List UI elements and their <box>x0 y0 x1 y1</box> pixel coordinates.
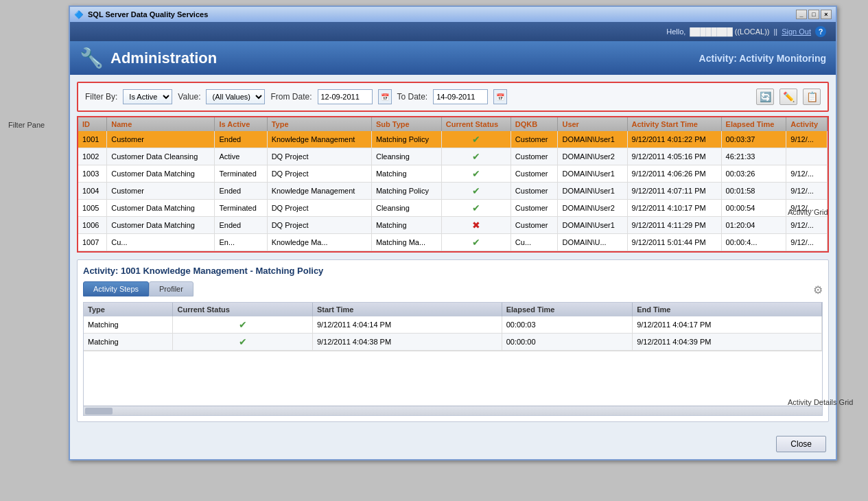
detail-cell-type: Matching <box>84 334 173 351</box>
cell-type: DQ Project <box>267 165 371 183</box>
detail-status-check-icon: ✔ <box>239 336 247 347</box>
cell-status: ✔ <box>441 165 511 183</box>
cell-dqkb: Customer <box>511 200 558 217</box>
window-title: SQL Server Data Quality Services <box>88 10 208 19</box>
cell-dqkb: Customer <box>511 183 558 200</box>
cell-elapsed: 00:00:54 <box>721 200 786 217</box>
cell-subtype: Cleansing <box>371 148 441 165</box>
hello-text: Hello, <box>666 27 685 36</box>
status-check-icon: ✔ <box>472 202 480 213</box>
cell-subtype: Matching Policy <box>371 131 441 148</box>
cell-starttime: 9/12/2011 4:01:22 PM <box>627 131 721 148</box>
status-check-icon: ✔ <box>472 134 480 145</box>
cell-activity <box>786 148 828 165</box>
cell-subtype: Matching <box>371 217 441 234</box>
close-button[interactable]: Close <box>776 436 826 452</box>
cell-name: Customer Data Matching <box>107 165 215 183</box>
to-date-input[interactable] <box>433 89 488 104</box>
detail-cell-starttime: 9/12/2011 4:04:14 PM <box>312 316 502 334</box>
cell-status: ✔ <box>441 234 511 251</box>
header-subtitle: Activity: Activity Monitoring <box>699 53 826 64</box>
col-name: Name <box>107 117 215 131</box>
cell-elapsed: 01:20:04 <box>721 217 786 234</box>
from-date-calendar-button[interactable]: 📅 <box>378 89 392 104</box>
table-row[interactable]: 1005 Customer Data Matching Terminated D… <box>78 200 828 217</box>
detail-table-row[interactable]: Matching ✔ 9/12/2011 4:04:14 PM 00:00:03… <box>84 316 822 334</box>
value-label: Value: <box>178 92 200 102</box>
from-date-input[interactable] <box>318 89 373 104</box>
cell-status: ✔ <box>441 148 511 165</box>
window-icon: 🔷 <box>74 10 84 19</box>
table-row[interactable]: 1002 Customer Data Cleansing Active DQ P… <box>78 148 828 165</box>
username: ████████ ((LOCAL)) <box>690 27 769 36</box>
detail-table-row[interactable]: Matching ✔ 9/12/2011 4:04:38 PM 00:00:00… <box>84 334 822 351</box>
cell-isactive: Ended <box>215 131 267 148</box>
details-header-row: Type Current Status Start Time Elapsed T… <box>84 303 822 316</box>
cell-user: DOMAIN\U... <box>558 234 627 251</box>
cell-dqkb: Customer <box>511 131 558 148</box>
cell-status: ✔ <box>441 200 511 217</box>
cell-dqkb: Customer <box>511 165 558 183</box>
col-activity: Activity <box>786 117 828 131</box>
cell-subtype: Cleansing <box>371 200 441 217</box>
detail-cell-status: ✔ <box>173 334 312 351</box>
cell-activity: 9/12/... <box>786 165 828 183</box>
filter-by-select[interactable]: Is Active <box>123 89 172 104</box>
table-row[interactable]: 1003 Customer Data Matching Terminated D… <box>78 165 828 183</box>
from-date-label: From Date: <box>270 92 312 102</box>
table-row[interactable]: 1006 Customer Data Matching Ended DQ Pro… <box>78 217 828 234</box>
cell-type: Knowledge Ma... <box>267 234 371 251</box>
bottom-bar: Close <box>70 429 836 459</box>
details-scrollbar[interactable] <box>84 406 822 415</box>
tab-profiler[interactable]: Profiler <box>149 281 193 296</box>
col-starttime: Activity Start Time <box>627 117 721 131</box>
table-row[interactable]: 1004 Customer Ended Knowledge Management… <box>78 183 828 200</box>
cell-elapsed: 00:03:37 <box>721 131 786 148</box>
scroll-thumb[interactable] <box>85 408 113 415</box>
table-row[interactable]: 1007 Cu... En... Knowledge Ma... Matchin… <box>78 234 828 251</box>
table-row[interactable]: 1001 Customer Ended Knowledge Management… <box>78 131 828 148</box>
close-window-button[interactable]: × <box>821 10 832 19</box>
details-grid: Type Current Status Start Time Elapsed T… <box>83 302 823 416</box>
detail-cell-elapsed: 00:00:03 <box>502 316 632 334</box>
refresh-button[interactable]: 🔄 <box>756 89 774 105</box>
tab-activity-steps[interactable]: Activity Steps <box>83 281 149 296</box>
detail-cell-starttime: 9/12/2011 4:04:38 PM <box>312 334 502 351</box>
detail-cell-elapsed: 00:00:00 <box>502 334 632 351</box>
cell-subtype: Matching <box>371 165 441 183</box>
col-user: User <box>558 117 627 131</box>
cell-name: Customer <box>107 131 215 148</box>
filter-by-label: Filter By: <box>85 92 117 102</box>
cell-activity: 9/12/... <box>786 234 828 251</box>
cell-isactive: Active <box>215 148 267 165</box>
minimize-button[interactable]: _ <box>796 10 807 19</box>
cell-elapsed: 00:00:4... <box>721 234 786 251</box>
col-subtype: Sub Type <box>371 117 441 131</box>
maximize-button[interactable]: □ <box>808 10 819 19</box>
export-button[interactable]: 📋 <box>803 89 821 105</box>
cell-starttime: 9/12/2011 5:01:44 PM <box>627 234 721 251</box>
topbar: Hello, ████████ ((LOCAL)) || Sign Out ? <box>70 22 836 41</box>
cell-id: 1004 <box>78 183 107 200</box>
signout-link[interactable]: Sign Out <box>782 27 811 36</box>
activity-grid: ID Name Is Active Type Sub Type Current … <box>77 116 829 253</box>
value-select[interactable]: (All Values) <box>206 89 265 104</box>
cell-id: 1006 <box>78 217 107 234</box>
cell-subtype: Matching Policy <box>371 183 441 200</box>
cell-starttime: 9/12/2011 4:11:29 PM <box>627 217 721 234</box>
detail-col-type: Type <box>84 303 173 316</box>
help-icon[interactable]: ? <box>815 26 826 37</box>
to-date-calendar-button[interactable]: 📅 <box>493 89 507 104</box>
cell-dqkb: Customer <box>511 148 558 165</box>
cell-type: Knowledge Management <box>267 131 371 148</box>
activity-details-section: Activity: 1001 Knowledge Management - Ma… <box>77 259 829 422</box>
edit-button[interactable]: ✏️ <box>779 89 797 105</box>
cell-elapsed: 00:01:58 <box>721 183 786 200</box>
cell-isactive: Ended <box>215 183 267 200</box>
status-check-icon: ✔ <box>472 151 480 162</box>
cell-user: DOMAIN\User1 <box>558 217 627 234</box>
grid-header-row: ID Name Is Active Type Sub Type Current … <box>78 117 828 131</box>
detail-col-elapsed: Elapsed Time <box>502 303 632 316</box>
cell-user: DOMAIN\User1 <box>558 131 627 148</box>
settings-gear-icon[interactable]: ⚙ <box>813 283 823 296</box>
